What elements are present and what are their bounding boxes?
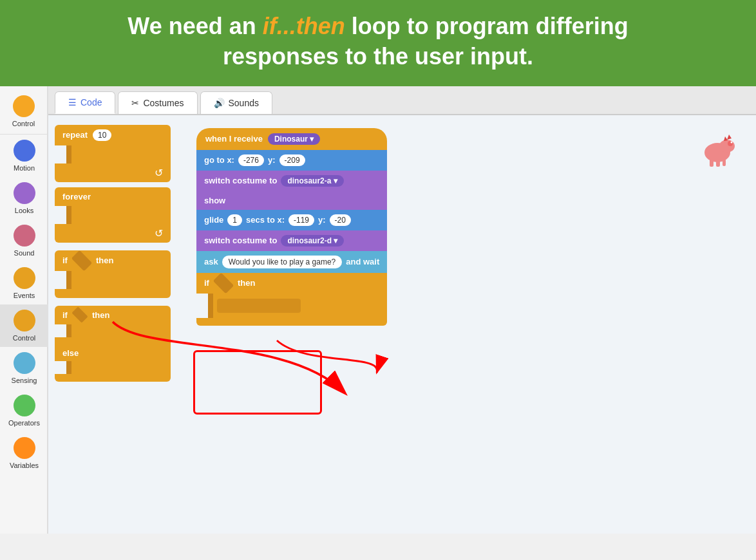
sidebar-control-header: Control (0, 86, 47, 135)
hat-block[interactable]: when I receive Dinosaur ▾ (196, 128, 387, 150)
costume-block2[interactable]: switch costume to dinosaur2-d ▾ (196, 230, 387, 251)
repeat-block[interactable]: repeat 10 ↺ (55, 125, 171, 182)
svg-rect-6 (723, 159, 726, 166)
y-label: y: (268, 155, 276, 165)
blocks-palette: repeat 10 ↺ forever ↺ (55, 122, 171, 527)
sidebar-item-operators[interactable]: Operators (0, 389, 48, 432)
glide-secs[interactable]: 1 (227, 214, 242, 226)
costume-dropdown1[interactable]: dinosaur2-a ▾ (281, 175, 343, 187)
repeat-label: repeat (62, 130, 88, 140)
editor-area: ☰ Code ✂ Costumes 🔊 Sounds repeat 10 (48, 86, 756, 534)
if-then-block-left[interactable]: if then (55, 250, 171, 298)
svg-point-3 (731, 141, 733, 143)
else-label: else (62, 348, 79, 358)
tab-sounds-label: Sounds (229, 98, 259, 108)
goto-y[interactable]: -209 (279, 154, 305, 166)
sidebar-items: Motion Looks Sound Events Control Sensin… (0, 135, 47, 474)
highlight-text: if...then (263, 13, 345, 39)
if-label: if (62, 256, 68, 265)
costume-block1[interactable]: switch costume to dinosaur2-a ▾ (196, 171, 387, 191)
header-text: We need an if...then loop to program dif… (26, 12, 730, 72)
ask-question: Would you like to play a game? (222, 256, 343, 268)
svg-marker-8 (724, 136, 728, 141)
main-content: Control Motion Looks Sound Events Con (0, 86, 756, 534)
control-label: Control (12, 120, 35, 127)
tab-costumes-label: Costumes (143, 98, 184, 108)
sidebar-item-label: Operators (8, 419, 40, 427)
dinosaur-image (692, 127, 737, 174)
sidebar-item-motion[interactable]: Motion (0, 135, 48, 177)
show-block[interactable]: show (196, 191, 387, 210)
looks-circle (14, 182, 35, 204)
svg-rect-5 (716, 160, 720, 167)
sound-circle (14, 225, 35, 247)
left-sidebar: Control Motion Looks Sound Events Con (0, 86, 48, 534)
tab-code[interactable]: ☰ Code (55, 91, 115, 114)
message-dropdown[interactable]: Dinosaur ▾ (268, 133, 320, 145)
ask-block[interactable]: ask Would you like to play a game? and w… (196, 251, 387, 273)
variables-circle (14, 437, 35, 459)
tabs-bar: ☰ Code ✂ Costumes 🔊 Sounds (48, 86, 756, 115)
tab-code-label: Code (80, 97, 102, 107)
goto-block[interactable]: go to x: -276 y: -209 (196, 150, 387, 171)
costume-label1: switch costume to (204, 176, 277, 185)
goto-x[interactable]: -276 (238, 154, 264, 166)
control-circle2 (14, 310, 35, 331)
sidebar-item-label: Sound (14, 249, 35, 257)
scripting-area: when I receive Dinosaur ▾ go to x: -276 … (177, 122, 750, 527)
glide-y[interactable]: -20 (330, 214, 351, 226)
if-condition-slot-script (213, 272, 234, 294)
goto-label: go to x: (204, 155, 234, 165)
sidebar-item-control[interactable]: Control (0, 304, 48, 347)
sidebar-item-label: Control (13, 334, 35, 342)
code-icon: ☰ (68, 97, 77, 107)
then-label: then (96, 256, 113, 265)
then-label2: then (92, 310, 109, 320)
sensing-circle (14, 352, 35, 374)
script-if-then[interactable]: if then (196, 273, 387, 326)
if-then-else-block[interactable]: if then else (55, 306, 171, 382)
glide-label: glide (204, 215, 223, 225)
tab-sounds[interactable]: 🔊 Sounds (200, 91, 272, 114)
glide-secs-label: secs to x: (246, 215, 285, 225)
script-stack: when I receive Dinosaur ▾ go to x: -276 … (196, 128, 387, 326)
svg-point-1 (719, 140, 735, 153)
repeat-value[interactable]: 10 (93, 129, 111, 141)
svg-marker-7 (727, 135, 732, 140)
sidebar-item-sensing[interactable]: Sensing (0, 347, 48, 389)
svg-rect-4 (710, 159, 713, 167)
ask-label: ask (204, 257, 218, 266)
sidebar-item-label: Looks (15, 207, 33, 214)
forever-label: forever (62, 192, 91, 201)
control-circle (13, 95, 35, 117)
condition-slot2 (71, 306, 88, 322)
if-label-script: if (204, 278, 209, 288)
glide-block[interactable]: glide 1 secs to x: -119 y: -20 (196, 210, 387, 230)
condition-slot (71, 250, 93, 271)
when-receive-label: when I receive (205, 134, 263, 144)
tab-costumes[interactable]: ✂ Costumes (118, 91, 197, 114)
if-label2: if (62, 310, 68, 320)
costumes-icon: ✂ (131, 98, 139, 108)
then-label-script: then (238, 278, 255, 288)
motion-circle (14, 140, 35, 162)
sidebar-item-variables[interactable]: Variables (0, 432, 48, 474)
sidebar-item-looks[interactable]: Looks (0, 177, 48, 219)
costume-dropdown2[interactable]: dinosaur2-d ▾ (281, 235, 344, 247)
events-circle (14, 267, 35, 289)
glide-x[interactable]: -119 (288, 214, 314, 226)
show-label: show (204, 196, 225, 205)
header-banner: We need an if...then loop to program dif… (0, 0, 756, 86)
sidebar-item-events[interactable]: Events (0, 262, 48, 304)
operators-circle (14, 395, 35, 416)
sidebar-item-label: Events (14, 292, 35, 299)
sidebar-item-label: Variables (10, 462, 39, 469)
forever-block[interactable]: forever ↺ (55, 187, 171, 243)
costume-label2: switch costume to (204, 236, 277, 245)
sidebar-item-sound[interactable]: Sound (0, 219, 48, 262)
glide-y-label: y: (318, 215, 326, 225)
sidebar-item-label: Motion (14, 164, 35, 172)
and-wait-label: and wait (346, 257, 379, 266)
highlight-box (193, 350, 322, 415)
sounds-icon: 🔊 (214, 98, 225, 108)
